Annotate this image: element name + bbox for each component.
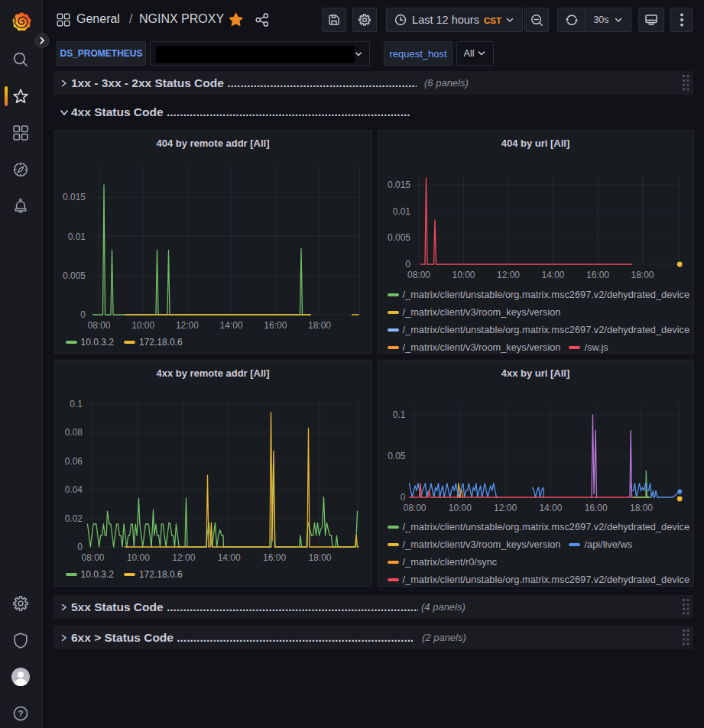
svg-text:0: 0 [77,542,83,552]
svg-text:0.02: 0.02 [64,513,83,524]
svg-text:0.05: 0.05 [388,451,406,461]
svg-text:0.1: 0.1 [70,399,83,409]
svg-text:08:00: 08:00 [81,552,104,563]
svg-text:12:00: 12:00 [172,552,195,563]
svg-text:0.06: 0.06 [64,456,83,467]
svg-text:14:00: 14:00 [539,503,562,513]
svg-text:08:00: 08:00 [87,320,110,331]
svg-text:08:00: 08:00 [407,270,430,280]
svg-text:0.015: 0.015 [62,192,85,202]
svg-text:12:00: 12:00 [496,270,519,280]
svg-text:?: ? [18,709,23,718]
svg-text:10:00: 10:00 [126,552,149,563]
svg-text:18:00: 18:00 [631,270,654,280]
svg-text:16:00: 16:00 [264,320,287,331]
svg-text:18:00: 18:00 [308,552,331,563]
svg-text:0.01: 0.01 [392,206,410,217]
svg-text:08:00: 08:00 [403,503,426,513]
svg-text:14:00: 14:00 [217,552,240,563]
svg-text:18:00: 18:00 [629,503,652,513]
svg-text:14:00: 14:00 [541,270,564,280]
svg-text:0.04: 0.04 [64,484,83,495]
svg-text:0.005: 0.005 [387,232,410,243]
svg-text:0: 0 [405,259,410,270]
svg-text:12:00: 12:00 [175,320,198,331]
svg-text:0: 0 [400,492,405,503]
svg-text:16:00: 16:00 [586,270,608,280]
svg-text:16:00: 16:00 [263,552,286,563]
svg-text:0.015: 0.015 [387,180,410,190]
svg-text:16:00: 16:00 [584,503,607,513]
svg-text:14:00: 14:00 [219,320,242,331]
svg-text:10:00: 10:00 [131,320,154,331]
svg-text:12:00: 12:00 [494,503,517,513]
svg-text:10:00: 10:00 [452,270,475,280]
svg-text:0.08: 0.08 [64,427,83,438]
svg-text:0.1: 0.1 [392,409,405,420]
svg-text:0.01: 0.01 [67,231,86,242]
svg-text:0.005: 0.005 [62,270,85,281]
svg-text:0: 0 [80,309,86,320]
svg-text:18:00: 18:00 [307,320,330,331]
svg-text:10:00: 10:00 [448,503,471,513]
